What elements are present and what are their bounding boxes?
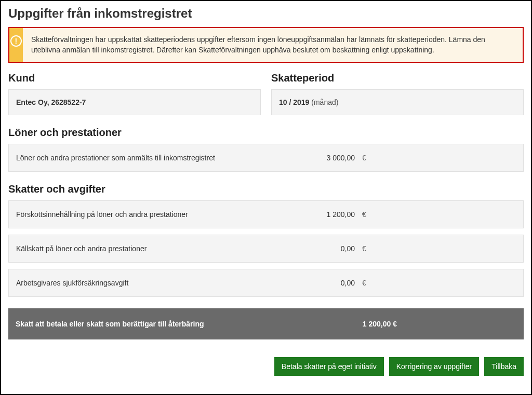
wages-section: Löner och prestationer Löner och andra p… bbox=[8, 127, 524, 172]
alert-text: Skatteförvaltningen har uppskattat skatt… bbox=[23, 28, 523, 62]
taxes-heading: Skatter och avgifter bbox=[8, 183, 524, 195]
row-amount: 1 200,00 bbox=[298, 210, 355, 219]
total-row: Skatt att betala eller skatt som berätti… bbox=[8, 308, 524, 339]
customer-column: Kund Entec Oy, 2628522-7 bbox=[8, 72, 261, 115]
tax-period-column: Skatteperiod 10 / 2019 (månad) bbox=[271, 72, 524, 115]
data-row: Löner och andra prestationer som anmälts… bbox=[8, 144, 524, 172]
tax-period-box: 10 / 2019 (månad) bbox=[271, 89, 524, 115]
taxes-section: Skatter och avgifter Förskottsinnehållni… bbox=[8, 183, 524, 297]
total-label: Skatt att betala eller skatt som berätti… bbox=[16, 320, 319, 328]
row-label: Arbetsgivares sjukförsäkringsavgift bbox=[16, 279, 298, 287]
customer-period-row: Kund Entec Oy, 2628522-7 Skatteperiod 10… bbox=[8, 72, 524, 115]
customer-value: Entec Oy, 2628522-7 bbox=[16, 98, 86, 106]
data-row: Arbetsgivares sjukförsäkringsavgift 0,00… bbox=[8, 269, 524, 297]
alert-icon-column: ! bbox=[9, 28, 23, 62]
row-amount: 3 000,00 bbox=[298, 154, 355, 162]
row-currency: € bbox=[355, 244, 376, 253]
row-currency: € bbox=[355, 210, 376, 219]
row-label: Löner och andra prestationer som anmälts… bbox=[16, 154, 298, 162]
warning-icon-glyph: ! bbox=[15, 37, 18, 45]
correct-data-button[interactable]: Korrigering av uppgifter bbox=[389, 357, 480, 376]
total-amount: 1 200,00 € bbox=[319, 320, 397, 328]
row-currency: € bbox=[355, 154, 376, 162]
tax-period-heading: Skatteperiod bbox=[271, 72, 524, 84]
data-row: Förskottsinnehållning på löner och andra… bbox=[8, 200, 524, 228]
data-row: Källskatt på löner och andra prestatione… bbox=[8, 235, 524, 263]
row-amount: 0,00 bbox=[298, 279, 355, 287]
page-title: Uppgifter från inkomstregistret bbox=[8, 6, 524, 21]
warning-icon: ! bbox=[10, 35, 22, 47]
row-amount: 0,00 bbox=[298, 244, 355, 253]
customer-box: Entec Oy, 2628522-7 bbox=[8, 89, 261, 115]
button-row: Betala skatter på eget initiativ Korrige… bbox=[8, 357, 524, 376]
row-label: Förskottsinnehållning på löner och andra… bbox=[16, 210, 298, 219]
wages-heading: Löner och prestationer bbox=[8, 127, 524, 139]
customer-heading: Kund bbox=[8, 72, 261, 84]
tax-period-unit: (månad) bbox=[311, 98, 338, 106]
pay-taxes-button[interactable]: Betala skatter på eget initiativ bbox=[274, 357, 384, 376]
tax-period-value: 10 / 2019 bbox=[279, 98, 309, 106]
row-label: Källskatt på löner och andra prestatione… bbox=[16, 244, 298, 253]
alert-box: ! Skatteförvaltningen har uppskattat ska… bbox=[8, 27, 524, 63]
back-button[interactable]: Tillbaka bbox=[484, 357, 524, 376]
row-currency: € bbox=[355, 279, 376, 287]
page-frame: Uppgifter från inkomstregistret ! Skatte… bbox=[0, 0, 532, 395]
